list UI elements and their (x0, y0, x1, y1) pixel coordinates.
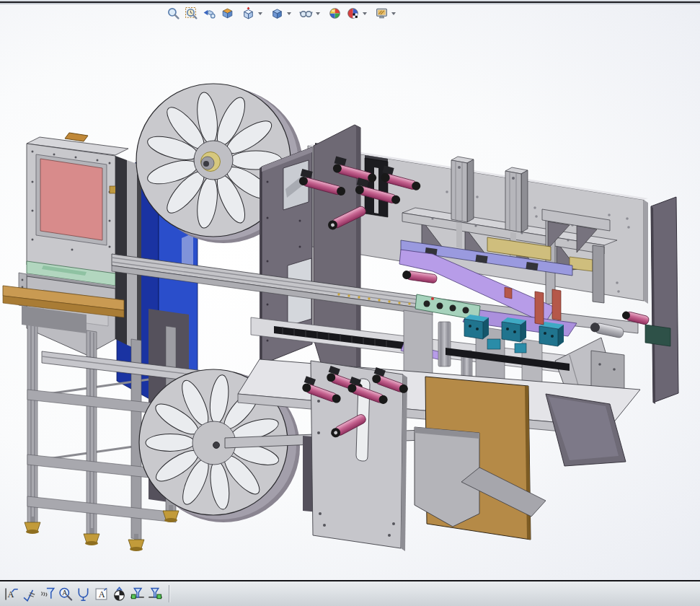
geometric-tolerance-icon (112, 587, 127, 602)
annotations-toolbar: A A (0, 581, 700, 606)
datum-target-icon (76, 587, 91, 602)
hide-show-items-icon (299, 6, 313, 20)
view-settings-button[interactable] (373, 5, 391, 22)
window-top-edge (0, 0, 700, 4)
view-orientation-caret[interactable] (258, 12, 262, 15)
cabinet-window (40, 159, 102, 240)
apply-scene-icon (346, 6, 360, 20)
balloon-icon: A (58, 587, 73, 602)
previous-view-icon (203, 6, 216, 20)
heads-up-view-toolbar (164, 5, 401, 22)
balloon-button[interactable]: A (56, 585, 74, 602)
zoom-to-area-button[interactable] (182, 5, 200, 22)
model-viewport[interactable] (0, 0, 700, 581)
svg-text:A: A (98, 589, 105, 600)
surface-finish-button[interactable] (20, 585, 37, 602)
right-side-panel[interactable] (651, 197, 678, 404)
weld-symbol-button[interactable] (38, 585, 56, 602)
hide-show-items-button[interactable] (297, 5, 315, 22)
section-view-button[interactable] (218, 5, 236, 22)
geometric-tolerance-button[interactable] (110, 585, 128, 602)
display-style-button[interactable] (268, 5, 286, 22)
view-settings-caret[interactable] (391, 12, 396, 15)
display-style-caret[interactable] (287, 12, 291, 15)
zoom-to-fit-icon (167, 6, 180, 20)
datum-target-area-button[interactable] (146, 585, 164, 602)
note-button[interactable]: A (92, 585, 110, 602)
datum-target-point-icon (130, 587, 145, 602)
previous-view-button[interactable] (200, 5, 218, 22)
hide-show-items-caret[interactable] (316, 12, 320, 15)
apply-scene-button[interactable] (344, 5, 362, 22)
application-window: A A (0, 0, 700, 606)
display-style-icon (270, 6, 284, 20)
datum-target-button[interactable] (74, 585, 92, 602)
cad-model[interactable] (0, 0, 700, 580)
note-icon: A (94, 587, 109, 602)
weld-symbol-icon (40, 587, 55, 602)
zoom-to-fit-button[interactable] (164, 5, 182, 22)
apply-scene-caret[interactable] (363, 12, 367, 15)
surface-finish-icon (22, 587, 37, 602)
slotted-guide-plate[interactable] (301, 361, 412, 551)
edit-appearance-button[interactable] (326, 5, 344, 22)
cabinet-handle (65, 133, 88, 141)
view-orientation-icon (242, 6, 255, 20)
view-settings-icon (375, 6, 389, 20)
datum-feature-icon: A (4, 587, 19, 602)
section-view-icon (221, 6, 234, 20)
view-orientation-button[interactable] (239, 5, 257, 22)
toolbar-separator (169, 585, 170, 602)
datum-feature-button[interactable]: A (2, 585, 19, 602)
edit-appearance-icon (328, 6, 342, 20)
datum-target-area-icon (148, 587, 163, 602)
zoom-to-area-icon (185, 6, 198, 20)
datum-target-point-button[interactable] (128, 585, 146, 602)
